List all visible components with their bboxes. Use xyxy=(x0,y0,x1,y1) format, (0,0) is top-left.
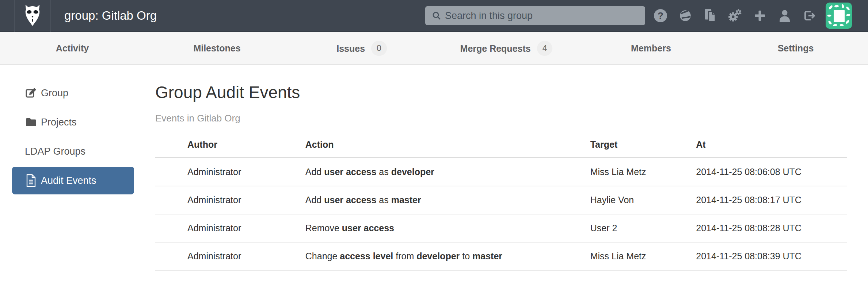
target-cell: User 2 xyxy=(590,214,696,242)
author-cell: Administrator xyxy=(155,242,305,270)
folder-icon xyxy=(25,115,37,129)
admin-area-button[interactable] xyxy=(728,8,742,24)
navbar-icon-buttons: ? xyxy=(653,8,817,24)
table-body: Administrator Add user access as develop… xyxy=(155,158,847,270)
tab-activity[interactable]: Activity xyxy=(0,43,145,54)
copy-icon xyxy=(704,8,717,23)
table-header-row: Author Action Target At xyxy=(155,135,847,158)
timestamp-cell: 2014-11-25 08:06:08 UTC xyxy=(696,158,847,186)
action-cell: Add user access as master xyxy=(305,186,590,214)
sidebar-item-group[interactable]: Group xyxy=(12,79,134,107)
settings-sidebar: Group Projects LDAP Groups Audit Events xyxy=(0,65,155,196)
sign-out-icon xyxy=(803,9,816,23)
column-header-at: At xyxy=(696,135,847,158)
table-row: Administrator Add user access as master … xyxy=(155,186,847,214)
page-subtitle: Events in Gitlab Org xyxy=(155,113,847,124)
sign-out-button[interactable] xyxy=(802,8,817,24)
target-cell: Haylie Von xyxy=(590,186,696,214)
page-title: Group Audit Events xyxy=(155,83,847,102)
help-button[interactable]: ? xyxy=(653,8,668,24)
tab-settings-label: Settings xyxy=(778,43,814,53)
explore-button[interactable] xyxy=(678,8,693,24)
tab-members[interactable]: Members xyxy=(579,43,723,54)
table-row: Administrator Remove user access User 2 … xyxy=(155,214,847,242)
globe-icon xyxy=(678,9,692,23)
tab-merge-requests[interactable]: Merge Requests 4 xyxy=(434,41,579,56)
timestamp-cell: 2014-11-25 08:08:28 UTC xyxy=(696,214,847,242)
tab-issues-label: Issues xyxy=(336,43,365,54)
timestamp-cell: 2014-11-25 08:08:39 UTC xyxy=(696,242,847,270)
table-row: Administrator Change access level from d… xyxy=(155,242,847,270)
content-area: Group Projects LDAP Groups Audit Events xyxy=(0,65,868,301)
author-cell: Administrator xyxy=(155,158,305,186)
new-project-button[interactable] xyxy=(753,8,767,24)
tab-activity-label: Activity xyxy=(56,43,89,53)
user-icon xyxy=(778,9,791,23)
tab-merge-requests-label: Merge Requests xyxy=(460,43,531,54)
top-navbar: group: Gitlab Org ? xyxy=(0,0,868,32)
gitlab-logo-link[interactable] xyxy=(14,0,51,32)
tab-issues[interactable]: Issues 0 xyxy=(289,41,434,56)
sidebar-item-audit-events[interactable]: Audit Events xyxy=(12,167,134,194)
help-icon: ? xyxy=(654,9,667,22)
file-text-icon xyxy=(25,174,37,187)
audit-events-table: Author Action Target At Administrator Ad… xyxy=(155,135,847,271)
timestamp-cell: 2014-11-25 08:08:17 UTC xyxy=(696,186,847,214)
plus-icon xyxy=(754,9,766,22)
column-header-author: Author xyxy=(155,135,305,158)
issues-count-badge: 0 xyxy=(371,41,387,56)
author-cell: Administrator xyxy=(155,186,305,214)
action-cell: Remove user access xyxy=(305,214,590,242)
target-cell: Miss Lia Metz xyxy=(590,158,696,186)
column-header-target: Target xyxy=(590,135,696,158)
search-input[interactable] xyxy=(445,10,639,22)
sidebar-item-ldap-groups[interactable]: LDAP Groups xyxy=(12,138,134,165)
gitlab-fox-logo-icon xyxy=(22,4,43,27)
action-cell: Change access level from developer to ma… xyxy=(305,242,590,270)
avatar[interactable] xyxy=(826,3,852,29)
group-tab-bar: Activity Milestones Issues 0 Merge Reque… xyxy=(0,32,868,65)
tab-members-label: Members xyxy=(631,43,671,53)
group-title[interactable]: group: Gitlab Org xyxy=(64,9,157,23)
merge-requests-count-badge: 4 xyxy=(537,41,553,56)
sidebar-item-projects-label: Projects xyxy=(41,117,77,128)
table-row: Administrator Add user access as develop… xyxy=(155,158,847,186)
main-pane: Group Audit Events Events in Gitlab Org … xyxy=(155,65,868,271)
profile-button[interactable] xyxy=(777,8,792,24)
author-cell: Administrator xyxy=(155,214,305,242)
tab-milestones-label: Milestones xyxy=(193,43,240,53)
sidebar-item-audit-events-label: Audit Events xyxy=(41,175,96,186)
sidebar-item-ldap-groups-label: LDAP Groups xyxy=(25,146,85,157)
sidebar-item-group-label: Group xyxy=(41,88,68,99)
pencil-square-icon xyxy=(25,86,37,100)
search-icon xyxy=(432,11,441,20)
column-header-action: Action xyxy=(305,135,590,158)
tab-settings[interactable]: Settings xyxy=(723,43,868,54)
gears-icon xyxy=(728,8,742,23)
sidebar-item-projects[interactable]: Projects xyxy=(12,108,134,136)
snippets-button[interactable] xyxy=(703,8,717,24)
target-cell: Miss Lia Metz xyxy=(590,242,696,270)
action-cell: Add user access as developer xyxy=(305,158,590,186)
search-box[interactable] xyxy=(425,6,645,25)
tab-milestones[interactable]: Milestones xyxy=(145,43,289,54)
